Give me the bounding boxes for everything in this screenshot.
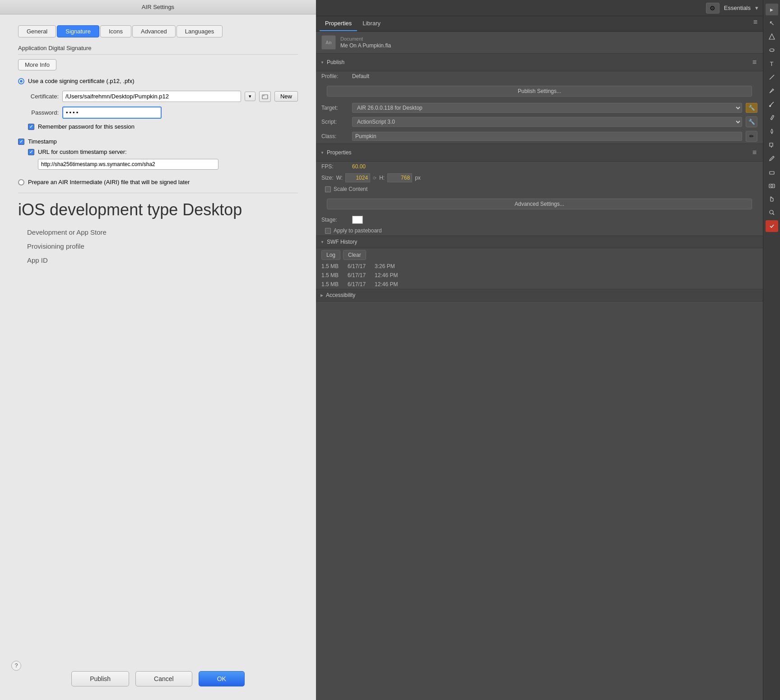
scale-content-row: Scale Content [316, 184, 763, 194]
swf-time-1: 12:46 PM [375, 272, 398, 278]
log-button[interactable]: Log [321, 250, 340, 260]
password-input[interactable] [62, 107, 162, 119]
tool-shape1[interactable] [766, 31, 778, 42]
tool-lasso[interactable] [766, 44, 778, 56]
script-wrench-button[interactable]: 🔧 [746, 116, 757, 127]
publish-section-label: Publish [327, 59, 344, 65]
apply-pasteboard-checkbox[interactable] [325, 228, 331, 234]
cancel-button[interactable]: Cancel [135, 671, 192, 686]
panel-tab-library[interactable]: Library [357, 16, 386, 31]
radio-code-signing[interactable] [18, 78, 24, 84]
profile-label: Profile: [321, 73, 348, 79]
url-timestamp-checkbox[interactable] [28, 149, 34, 155]
timestamp-checkbox[interactable] [18, 139, 24, 145]
scale-content-checkbox[interactable] [325, 186, 331, 192]
panel-menu-button[interactable]: ≡ [752, 16, 759, 31]
tool-hand[interactable] [766, 193, 778, 205]
tool-selection[interactable]: ▸ [766, 4, 778, 15]
width-input[interactable] [345, 173, 370, 182]
tool-cursor[interactable]: ↖ [766, 17, 778, 29]
dialog-title: AIR Settings [142, 4, 174, 10]
tab-icons[interactable]: Icons [100, 25, 131, 37]
ok-button[interactable]: OK [199, 671, 245, 686]
doc-icon: An [321, 35, 336, 50]
size-label: Size: [321, 175, 334, 181]
document-section: An Document Me On A Pumpkin.fla [316, 32, 763, 54]
tool-camera[interactable] [766, 180, 778, 191]
publish-button[interactable]: Publish [71, 671, 129, 686]
dialog-titlebar: AIR Settings [0, 0, 316, 14]
props-section-label: Properties [327, 149, 352, 156]
new-button[interactable]: New [274, 91, 298, 102]
stage-color[interactable] [352, 216, 363, 224]
script-select[interactable]: ActionScript 3.0 [352, 117, 742, 127]
script-row: Script: ActionScript 3.0 🔧 [316, 115, 763, 129]
remember-password-row[interactable]: Remember password for this session [28, 123, 298, 130]
swf-history-header[interactable]: ▼ SWF History [316, 236, 763, 248]
url-input[interactable] [38, 159, 218, 170]
properties-panel: An Document Me On A Pumpkin.fla ▼ Publis… [316, 32, 763, 700]
gear-button[interactable]: ⚙ [706, 3, 720, 14]
tool-paint-bucket[interactable] [766, 139, 778, 151]
help-button[interactable]: ? [11, 661, 21, 671]
props-section-header[interactable]: ▼ Properties ≡ [316, 144, 763, 162]
radio-airi-row[interactable]: Prepare an AIR Intermediate (AIRI) file … [18, 179, 298, 185]
divider [18, 193, 298, 193]
tool-zoom[interactable] [766, 207, 778, 218]
tool-text[interactable]: T [766, 58, 778, 70]
certificate-dropdown[interactable]: ▾ [245, 92, 255, 101]
accessibility-header[interactable]: ▶ Accessibility [316, 289, 763, 301]
target-select[interactable]: AIR 26.0.0.118 for Desktop [352, 103, 742, 113]
tool-brush[interactable] [766, 98, 778, 110]
top-bar: ⚙ Essentials ▾ [316, 0, 763, 16]
stage-row: Stage: [316, 214, 763, 226]
tool-pen[interactable] [766, 85, 778, 97]
class-input[interactable] [352, 132, 742, 141]
tool-eraser[interactable] [766, 166, 778, 178]
gear-icon: ⚙ [710, 5, 715, 12]
tab-general[interactable]: General [18, 25, 56, 37]
class-edit-button[interactable]: ✏ [746, 131, 757, 142]
width-letter: W: [336, 175, 343, 181]
publish-menu-button[interactable]: ≡ [751, 56, 758, 68]
certificate-input[interactable] [62, 91, 241, 102]
section-title: Application Digital Signature [18, 45, 298, 55]
remember-password-checkbox[interactable] [28, 124, 34, 130]
tab-languages[interactable]: Languages [176, 25, 223, 37]
advanced-settings-button[interactable]: Advanced Settings... [327, 199, 752, 209]
document-row: An Document Me On A Pumpkin.fla [316, 32, 763, 53]
url-timestamp-row[interactable]: URL for custom timestamp server: [28, 148, 298, 155]
tool-pencil[interactable] [766, 112, 778, 124]
browse-icon [262, 93, 268, 100]
tool-ink[interactable] [766, 125, 778, 137]
wrench-button[interactable]: 🔧 [746, 103, 757, 113]
swf-size-2: 1.5 MB [321, 281, 339, 287]
doc-info: Document Me On A Pumpkin.fla [340, 36, 391, 49]
tools-panel: ▸ ↖ T [763, 0, 780, 700]
essentials-dropdown-icon[interactable]: ▾ [755, 5, 758, 11]
ios-subitem-2: App ID [27, 256, 298, 264]
panel-tab-properties[interactable]: Properties [320, 16, 357, 31]
right-panel: ⚙ Essentials ▾ Properties Library ≡ An D… [316, 0, 763, 700]
browse-icon-button[interactable] [259, 91, 271, 102]
timestamp-row[interactable]: Timestamp [18, 138, 298, 145]
tool-line[interactable] [766, 71, 778, 83]
tool-dropper[interactable] [766, 153, 778, 164]
publish-section-header[interactable]: ▼ Publish ≡ [316, 54, 763, 71]
tab-signature[interactable]: Signature [57, 25, 99, 37]
apply-pasteboard-row: Apply to pasteboard [316, 226, 763, 236]
password-row: Password: [18, 107, 298, 119]
swf-history-section: ▼ SWF History Log Clear 1.5 MB 6/17/17 3… [316, 236, 763, 289]
clear-button[interactable]: Clear [343, 250, 366, 260]
radio-code-signing-row[interactable]: Use a code signing certificate (.p12, .p… [18, 78, 298, 84]
more-info-button[interactable]: More Info [18, 59, 56, 70]
radio-airi[interactable] [18, 179, 24, 185]
props-menu-button[interactable]: ≡ [751, 147, 758, 158]
timestamp-label: Timestamp [28, 138, 57, 145]
tab-advanced[interactable]: Advanced [132, 25, 176, 37]
tool-red[interactable] [766, 220, 778, 232]
height-input[interactable] [387, 173, 412, 182]
publish-settings-button[interactable]: Publish Settings... [327, 86, 752, 97]
svg-line-11 [773, 213, 774, 215]
svg-rect-12 [769, 223, 775, 229]
